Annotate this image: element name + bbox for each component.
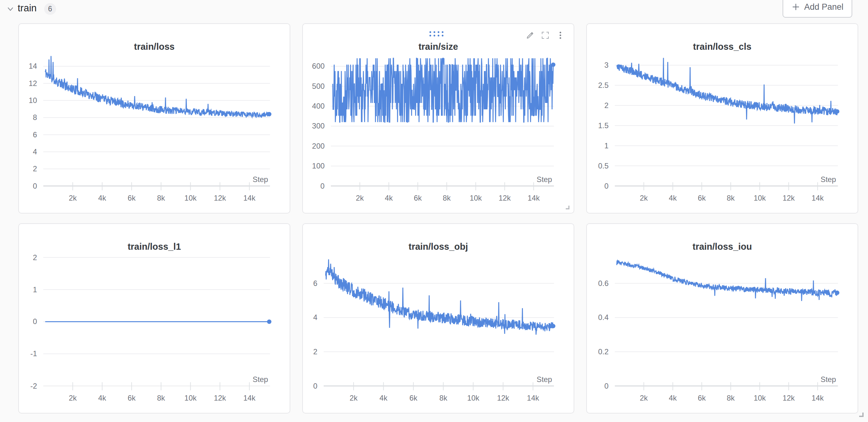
- section-resize-handle[interactable]: [857, 410, 865, 418]
- x-axis-label: Step: [537, 375, 552, 384]
- series-line: [617, 58, 837, 124]
- svg-text:8: 8: [33, 113, 37, 122]
- x-axis-label: Step: [253, 375, 268, 384]
- svg-text:10k: 10k: [470, 194, 482, 202]
- svg-text:1: 1: [33, 285, 37, 294]
- svg-text:8k: 8k: [439, 394, 447, 402]
- svg-text:2.5: 2.5: [598, 81, 609, 90]
- svg-text:8k: 8k: [727, 194, 735, 202]
- svg-text:2: 2: [33, 164, 37, 173]
- last-point-marker: [835, 291, 839, 295]
- svg-text:12k: 12k: [214, 194, 226, 202]
- svg-text:6k: 6k: [698, 394, 706, 402]
- svg-text:3: 3: [604, 61, 609, 69]
- last-point-marker: [551, 62, 555, 67]
- svg-text:12k: 12k: [499, 194, 511, 202]
- svg-text:6: 6: [313, 279, 317, 288]
- svg-text:2k: 2k: [640, 194, 648, 202]
- svg-text:2k: 2k: [349, 394, 358, 402]
- series-line: [617, 260, 837, 301]
- svg-text:0.6: 0.6: [598, 279, 609, 288]
- series-line: [333, 58, 554, 122]
- line-chart[interactable]: 00.20.40.62k4k6k8k10k12k14kStep: [587, 224, 858, 413]
- svg-text:2k: 2k: [640, 394, 648, 402]
- svg-text:2: 2: [33, 253, 37, 262]
- svg-text:8k: 8k: [157, 194, 165, 202]
- last-point-marker: [835, 109, 839, 114]
- svg-text:6: 6: [33, 130, 37, 139]
- panel-train-loss-cls[interactable]: train/loss_cls 00.511.522.532k4k6k8k10k1…: [586, 23, 858, 214]
- x-axis-label: Step: [821, 375, 836, 384]
- svg-text:0.4: 0.4: [598, 313, 609, 322]
- svg-text:14k: 14k: [528, 194, 540, 202]
- svg-text:12k: 12k: [214, 394, 226, 402]
- svg-text:2: 2: [313, 347, 317, 356]
- svg-text:14: 14: [29, 62, 37, 70]
- svg-text:6k: 6k: [128, 194, 135, 202]
- svg-text:4k: 4k: [385, 194, 393, 202]
- svg-text:0: 0: [320, 182, 324, 190]
- panel-train-loss-l1[interactable]: train/loss_l1 -2-10122k4k6k8k10k12k14kSt…: [18, 223, 290, 414]
- panel-train-size[interactable]: train/size: [302, 23, 574, 214]
- svg-text:14k: 14k: [812, 194, 824, 202]
- svg-text:14k: 14k: [527, 394, 539, 402]
- svg-text:14k: 14k: [243, 394, 256, 402]
- panel-train-loss[interactable]: train/loss 024681012142k4k6k8k10k12k14kS…: [18, 23, 290, 214]
- svg-text:200: 200: [312, 142, 324, 150]
- panel-train-loss-obj[interactable]: train/loss_obj 02462k4k6k8k10k12k14kStep: [302, 223, 574, 414]
- svg-text:6k: 6k: [128, 394, 135, 402]
- svg-text:14k: 14k: [243, 194, 256, 202]
- svg-text:12k: 12k: [783, 394, 795, 402]
- svg-text:100: 100: [312, 162, 324, 170]
- svg-text:0: 0: [33, 182, 37, 190]
- svg-text:4k: 4k: [669, 194, 677, 202]
- line-chart[interactable]: 01002003004005006002k4k6k8k10k12k14kStep: [303, 24, 574, 213]
- x-axis-label: Step: [537, 175, 552, 184]
- svg-text:12: 12: [29, 79, 37, 88]
- svg-text:10k: 10k: [467, 394, 479, 402]
- svg-text:8k: 8k: [727, 394, 735, 402]
- svg-text:2k: 2k: [69, 194, 76, 202]
- svg-text:8k: 8k: [443, 194, 451, 202]
- line-chart[interactable]: 024681012142k4k6k8k10k12k14kStep: [19, 24, 290, 213]
- last-point-marker: [551, 324, 555, 328]
- series-line: [326, 260, 553, 335]
- svg-text:12k: 12k: [783, 194, 795, 202]
- svg-text:0.5: 0.5: [598, 162, 609, 170]
- svg-text:10k: 10k: [184, 194, 197, 202]
- series-line: [45, 56, 269, 117]
- svg-text:10k: 10k: [753, 394, 766, 402]
- svg-text:1: 1: [604, 141, 609, 150]
- svg-text:4k: 4k: [98, 194, 106, 202]
- svg-text:4k: 4k: [379, 394, 388, 402]
- line-chart[interactable]: -2-10122k4k6k8k10k12k14kStep: [19, 224, 290, 413]
- panel-grid: train/loss 024681012142k4k6k8k10k12k14kS…: [0, 0, 868, 422]
- svg-text:2: 2: [604, 101, 609, 109]
- svg-text:0: 0: [313, 382, 317, 390]
- line-chart[interactable]: 00.511.522.532k4k6k8k10k12k14kStep: [587, 24, 858, 213]
- svg-text:4: 4: [33, 148, 37, 156]
- line-chart[interactable]: 02462k4k6k8k10k12k14kStep: [303, 224, 574, 413]
- svg-text:-1: -1: [30, 349, 37, 358]
- svg-text:4: 4: [313, 313, 317, 322]
- svg-text:6k: 6k: [414, 194, 422, 202]
- svg-text:2k: 2k: [69, 394, 76, 402]
- x-axis-label: Step: [253, 175, 268, 184]
- svg-text:600: 600: [312, 62, 324, 70]
- svg-text:12k: 12k: [497, 394, 509, 402]
- svg-text:0.2: 0.2: [598, 347, 609, 356]
- svg-text:300: 300: [312, 122, 324, 130]
- svg-text:1.5: 1.5: [598, 121, 609, 130]
- last-point-marker: [267, 320, 271, 324]
- panel-train-loss-iou[interactable]: train/loss_iou 00.20.40.62k4k6k8k10k12k1…: [586, 223, 858, 414]
- svg-text:400: 400: [312, 102, 324, 110]
- svg-text:0: 0: [604, 182, 609, 190]
- svg-text:500: 500: [312, 82, 324, 90]
- svg-text:2k: 2k: [356, 194, 364, 202]
- svg-text:14k: 14k: [812, 394, 824, 402]
- svg-text:4k: 4k: [98, 394, 106, 402]
- svg-text:6k: 6k: [698, 194, 706, 202]
- svg-text:0: 0: [604, 382, 609, 390]
- svg-text:-2: -2: [30, 382, 37, 390]
- svg-text:10: 10: [29, 96, 37, 104]
